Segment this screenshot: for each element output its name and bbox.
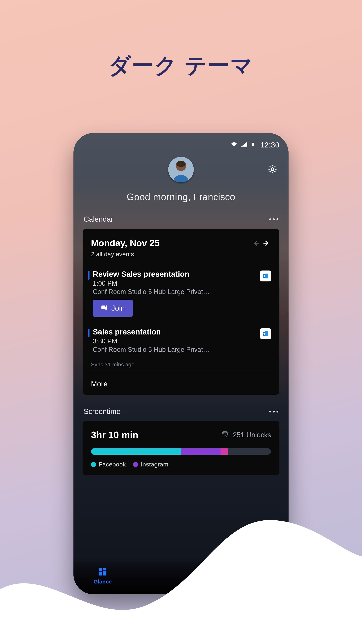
avatar[interactable] <box>168 157 194 182</box>
calendar-section-title: Calendar <box>84 215 113 223</box>
screentime-bar-segment <box>220 448 228 454</box>
calendar-allday-summary: 2 all day events <box>82 248 280 264</box>
screentime-legend: Facebook Instagram <box>91 461 271 468</box>
screentime-bar-segment <box>91 448 181 454</box>
svg-point-6 <box>271 168 274 170</box>
bottom-nav: Glance <box>74 558 288 594</box>
calendar-event[interactable]: Review Sales presentation 1:00 PM Conf R… <box>82 264 280 322</box>
calendar-event[interactable]: Sales presentation 3:30 PM Conf Room Stu… <box>82 322 280 359</box>
screentime-more-icon[interactable] <box>269 411 278 412</box>
legend-dot <box>133 462 138 467</box>
screentime-total: 3hr 10 min <box>91 430 220 440</box>
svg-rect-1 <box>253 142 253 143</box>
screentime-section-title: Screentime <box>84 408 120 416</box>
svg-rect-0 <box>252 143 254 146</box>
glance-icon <box>98 567 108 578</box>
nav-glance[interactable]: Glance <box>94 567 112 594</box>
join-button[interactable]: Join <box>93 300 133 316</box>
svg-rect-16 <box>103 568 106 570</box>
status-bar: 12:30 <box>82 133 280 150</box>
join-button-label: Join <box>111 304 125 312</box>
event-title: Sales presentation <box>93 328 271 336</box>
svg-point-5 <box>176 161 186 167</box>
phone-frame: 12:30 Good morning, Francisco <box>74 133 288 594</box>
event-time: 1:00 PM <box>93 280 271 287</box>
screentime-card: 3hr 10 min 251 Unlocks <box>82 421 280 475</box>
cellular-icon <box>240 140 248 150</box>
calendar-prev-button[interactable] <box>251 238 261 248</box>
event-location: Conf Room Studio 5 Hub Large Privat… <box>93 288 250 296</box>
settings-button[interactable] <box>268 164 278 174</box>
legend-item: Facebook <box>91 461 126 468</box>
event-time: 3:30 PM <box>93 338 271 345</box>
svg-rect-10 <box>101 306 105 309</box>
calendar-date: Monday, Nov 25 <box>91 238 251 248</box>
nav-glance-label: Glance <box>94 578 112 585</box>
svg-point-11 <box>106 306 107 307</box>
screentime-unlocks: 251 Unlocks <box>220 430 271 440</box>
battery-icon <box>251 140 255 150</box>
calendar-more-link[interactable]: More <box>91 380 271 388</box>
calendar-sync-status: Sync 31 mins ago <box>82 359 280 373</box>
outlook-icon <box>260 270 271 282</box>
svg-point-14 <box>264 333 265 335</box>
svg-rect-8 <box>265 274 268 278</box>
calendar-card: Monday, Nov 25 2 all day events Review S… <box>82 229 280 395</box>
svg-rect-13 <box>265 332 268 336</box>
fingerprint-icon <box>220 430 229 440</box>
calendar-next-button[interactable] <box>261 238 271 248</box>
marketing-headline: ダーク テーマ <box>0 51 362 81</box>
legend-item: Instagram <box>133 461 168 468</box>
svg-point-9 <box>264 275 265 277</box>
teams-icon <box>101 304 108 312</box>
wifi-icon <box>230 140 238 150</box>
screentime-bar-segment <box>181 448 220 454</box>
legend-label: Facebook <box>98 461 126 468</box>
svg-rect-15 <box>99 568 102 572</box>
screentime-bar <box>91 448 271 454</box>
event-title: Review Sales presentation <box>93 270 271 278</box>
greeting-text: Good morning, Francisco <box>82 192 280 202</box>
legend-dot <box>91 462 96 467</box>
status-time: 12:30 <box>260 141 280 149</box>
svg-rect-18 <box>99 572 102 576</box>
legend-label: Instagram <box>141 461 168 468</box>
screentime-unlocks-label: 251 Unlocks <box>233 431 271 439</box>
calendar-more-icon[interactable] <box>269 218 278 220</box>
svg-rect-17 <box>103 570 106 576</box>
outlook-icon <box>260 328 271 339</box>
event-location: Conf Room Studio 5 Hub Large Privat… <box>93 346 250 354</box>
